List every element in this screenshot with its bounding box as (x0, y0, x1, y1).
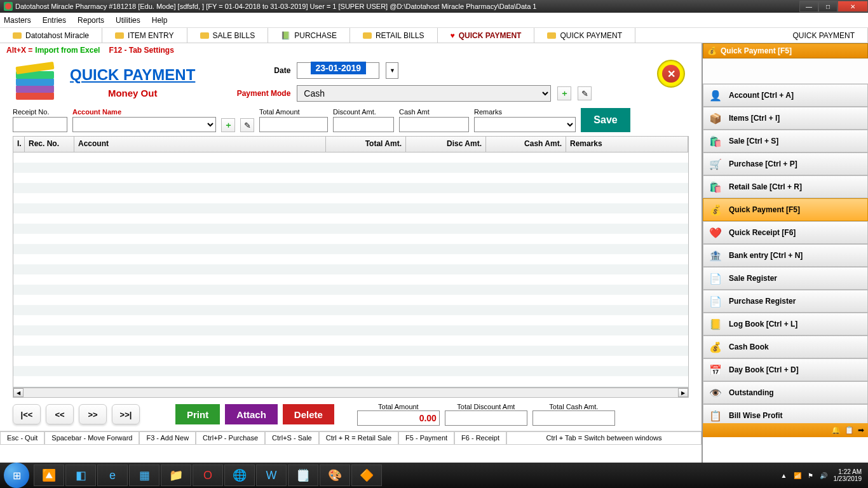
col-remarks[interactable]: Remarks (566, 137, 688, 152)
nav-first-button[interactable]: |<< (13, 404, 41, 424)
tab-quick-payment-3[interactable]: QUICK PAYMENT (780, 28, 868, 43)
remarks-select[interactable] (474, 117, 576, 132)
start-button[interactable]: ⊞ (4, 463, 29, 488)
taskbar-paint-icon[interactable]: 🎨 (320, 464, 350, 486)
side-panel-title: Quick Payment [F5] (721, 46, 792, 55)
tab-retail-bills[interactable]: RETAIL BILLS (350, 28, 438, 43)
account-name-select[interactable] (72, 117, 216, 132)
edit-account-button[interactable]: ✎ (240, 118, 254, 132)
minimize-button[interactable]: — (799, 1, 818, 12)
side-item-icon: 📅 (709, 363, 722, 377)
scroll-track[interactable] (24, 388, 678, 397)
grid-body[interactable] (13, 152, 689, 388)
side-item-13[interactable]: 👁️Outstanding (703, 381, 868, 404)
side-item-2[interactable]: 🛍️Sale [Ctrl + S] (703, 130, 868, 152)
side-footer-icon-3[interactable]: ➡ (858, 426, 864, 435)
page-title: QUICK PAYMENT (70, 66, 195, 84)
taskbar-ie-icon[interactable]: e (97, 464, 128, 486)
nav-next-button[interactable]: >> (79, 404, 107, 424)
col-cash[interactable]: Cash Amt. (486, 137, 566, 152)
discount-amt-input[interactable] (333, 117, 394, 132)
close-panel-button[interactable]: ✕ (657, 60, 685, 88)
nav-last-button[interactable]: >>| (112, 404, 140, 424)
taskbar-chrome-icon[interactable]: 🌐 (224, 464, 255, 486)
cash-amt-input[interactable] (399, 117, 469, 132)
side-item-6[interactable]: ❤️Quick Receipt [F6] (703, 221, 868, 244)
footer-total-cash-value (532, 410, 615, 426)
tray-flag-icon[interactable]: ⚑ (808, 472, 813, 479)
print-button[interactable]: Print (175, 404, 220, 424)
add-account-button[interactable]: ＋ (221, 118, 235, 132)
side-footer-icon-1[interactable]: 🔔 (831, 426, 841, 435)
tab-icon (13, 32, 22, 39)
maximize-button[interactable]: □ (818, 1, 837, 12)
side-item-5[interactable]: 💰Quick Payment [F5] (703, 198, 868, 221)
hint-f3: F3 - Add New (139, 431, 196, 445)
tray-network-icon[interactable]: 📶 (794, 472, 801, 479)
hint-space: Spacebar - Move Forward (44, 431, 139, 445)
menu-masters[interactable]: Masters (4, 16, 31, 25)
menu-help[interactable]: Help (152, 16, 168, 25)
scroll-right-button[interactable]: ▶ (678, 388, 688, 397)
taskbar-opera-icon[interactable]: O (193, 464, 223, 486)
tab-sale-bills[interactable]: SALE BILLS (187, 28, 269, 43)
col-index[interactable]: I. (13, 137, 25, 152)
taskbar-app-icon[interactable]: ◧ (65, 464, 96, 486)
tab-quick-payment-2[interactable]: QUICK PAYMENT (534, 28, 635, 43)
tab-item-entry[interactable]: ITEM ENTRY (102, 28, 187, 43)
side-item-0[interactable]: 👤Account [Ctrl + A] (703, 84, 868, 107)
taskbar-word-icon[interactable]: W (256, 464, 287, 486)
side-item-label: Quick Receipt [F6] (729, 228, 796, 237)
taskbar-app2-icon[interactable]: ▦ (129, 464, 159, 486)
menu-utilities[interactable]: Utilities (116, 16, 140, 25)
col-account[interactable]: Account (74, 137, 326, 152)
taskbar-app3-icon[interactable]: 🔶 (351, 464, 382, 486)
tab-icon (363, 32, 372, 39)
receipt-no-input[interactable] (13, 117, 67, 132)
taskbar-date: 1/23/2019 (834, 475, 862, 482)
side-item-11[interactable]: 💰Cash Book (703, 336, 868, 358)
date-input[interactable]: 23-01-2019 (297, 62, 379, 79)
side-item-9[interactable]: 📄Purchase Register (703, 290, 868, 313)
payment-mode-select[interactable]: Cash (297, 85, 551, 102)
delete-button[interactable]: Delete (283, 404, 334, 424)
tray-up-icon[interactable]: ▲ (781, 472, 787, 479)
add-payment-mode-button[interactable]: ＋ (557, 86, 571, 100)
tab-main[interactable]: Datotahost Miracle (0, 28, 102, 43)
hint-esc: Esc - Quit (0, 431, 44, 445)
side-item-12[interactable]: 📅Day Book [Ctrl + D] (703, 358, 868, 381)
tab-purchase[interactable]: 📗PURCHASE (268, 28, 350, 43)
menu-reports[interactable]: Reports (78, 16, 104, 25)
side-item-3[interactable]: 🛒Purchase [Ctrl + P] (703, 152, 868, 175)
attach-button[interactable]: Attach (225, 404, 278, 424)
side-item-10[interactable]: 📒Log Book [Ctrl + L] (703, 313, 868, 336)
side-item-4[interactable]: 🛍️Retail Sale [Ctrl + R] (703, 175, 868, 198)
taskbar-vlc-icon[interactable]: 🔼 (34, 464, 64, 486)
col-total[interactable]: Total Amt. (326, 137, 406, 152)
tab-quick-payment-active[interactable]: ♥QUICK PAYMENT (438, 28, 535, 43)
edit-payment-mode-button[interactable]: ✎ (578, 86, 592, 100)
close-button[interactable]: ✕ (837, 1, 868, 12)
side-item-8[interactable]: 📄Sale Register (703, 267, 868, 290)
col-recno[interactable]: Rec. No. (25, 137, 74, 152)
date-dropdown-button[interactable]: ▼ (386, 62, 398, 79)
tray-volume-icon[interactable]: 🔊 (820, 472, 827, 479)
side-item-label: Retail Sale [Ctrl + R] (729, 182, 802, 191)
scroll-left-button[interactable]: ◀ (13, 388, 24, 397)
save-button[interactable]: Save (581, 108, 630, 132)
taskbar: ⊞ 🔼 ◧ e ▦ 📁 O 🌐 W 🗒️ 🎨 🔶 ▲ 📶 ⚑ 🔊 1:22 AM… (0, 463, 868, 488)
side-footer-icon-2[interactable]: 📋 (844, 426, 854, 435)
side-item-label: Bill Wise Profit (729, 411, 783, 420)
side-item-icon: 📄 (709, 271, 722, 285)
total-amount-input[interactable] (259, 117, 328, 132)
discount-amt-label: Discount Amt. (333, 108, 394, 116)
menu-entries[interactable]: Entries (43, 16, 66, 25)
side-item-1[interactable]: 📦Items [Ctrl + I] (703, 107, 868, 130)
nav-prev-button[interactable]: << (46, 404, 74, 424)
side-item-7[interactable]: 🏦Bank entry [Ctrl + N] (703, 244, 868, 267)
side-item-icon: 👁️ (709, 386, 722, 400)
taskbar-explorer-icon[interactable]: 📁 (161, 464, 191, 486)
col-disc[interactable]: Disc Amt. (406, 137, 486, 152)
horizontal-scrollbar[interactable]: ◀ ▶ (13, 388, 689, 398)
taskbar-notes-icon[interactable]: 🗒️ (288, 464, 318, 486)
